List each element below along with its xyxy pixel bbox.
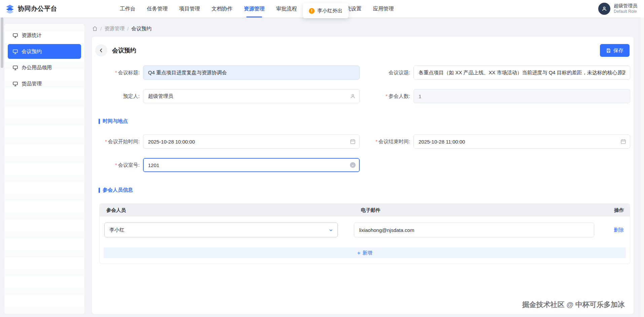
sidebar-item-office-supplies[interactable]: 办公用品领用 [8,60,81,75]
field-meeting-topic: 会议议题: [366,66,630,80]
section-title-text: 参会人员信息 [103,187,133,193]
form-basic: *会议标题: 会议议题: 预定人: [92,66,634,103]
attendee-count-input [414,89,630,103]
plus-icon: + [357,250,361,256]
breadcrumb-resource-management[interactable]: 资源管理 [104,26,124,32]
breadcrumb-meeting-booking: 会议预约 [131,26,151,32]
attendee-select[interactable]: 李小红 [104,223,338,237]
watermark: 掘金技术社区 @ 中杯可乐多加冰 [522,300,625,309]
field-label: *会议结束时间: [366,138,414,145]
sidebar-item-label: 资源统计 [22,32,42,39]
field-end-time: *会议结束时间: [366,134,630,149]
section-time-place: 时间与地点 [99,118,634,124]
col-header-action: 操作 [600,207,630,213]
sidebar-item-resource-stats[interactable]: 资源统计 [8,28,81,43]
sidebar-item-label: 会议预约 [22,48,42,55]
avatar[interactable] [598,3,610,15]
nav-item-apps[interactable]: 应用管理 [373,0,394,17]
clear-icon[interactable]: × [350,162,356,168]
save-button-label: 保存 [613,47,623,54]
section-title-text: 时间与地点 [103,118,128,124]
field-start-time: *会议开始时间: [96,134,360,149]
action-cell: 删除 [600,227,630,233]
attendee-email-input[interactable] [354,223,594,237]
page-title: 会议预约 [112,46,136,54]
app-logo-icon [5,4,14,13]
app-title: 协同办公平台 [18,4,57,13]
back-button[interactable] [95,44,107,56]
main-column: / 资源管理 / 会议预约 会议预约 保存 *会议标题: [92,24,634,314]
meeting-title-input[interactable] [143,66,360,80]
warning-icon: ! [309,8,315,14]
form-time: *会议开始时间: *会议结束时间: [92,134,634,172]
sidebar-item-goods-management[interactable]: 货品管理 [8,76,81,91]
add-attendee-label: 新增 [362,250,372,256]
nav-item-resources[interactable]: 资源管理 [244,0,265,17]
nav-item-tasks[interactable]: 任务管理 [147,0,168,17]
calendar-icon[interactable] [350,139,356,145]
nav-item-docs[interactable]: 文档协作 [212,0,232,17]
email-cell [354,223,600,237]
attendee-cell: 李小红 [100,223,354,237]
page-layout: 资源统计 会议预约 办公用品领用 货品管理 / 资源管理 / 会议预约 [0,17,644,317]
nav-item-workbench[interactable]: 工作台 [120,0,136,17]
meeting-topic-input[interactable] [414,66,630,80]
chevron-left-icon [98,47,104,53]
room-number-input[interactable] [143,158,360,172]
field-label: *会议标题: [96,70,143,76]
save-icon [606,48,611,53]
end-time-input[interactable] [414,134,630,149]
col-header-email: 电子邮件 [354,207,600,213]
field-label: *会议室号: [96,162,143,168]
field-room-number: *会议室号: × [96,158,360,172]
chevron-down-icon [328,228,333,233]
main-nav: 工作台 任务管理 项目管理 文档协作 资源管理 审批流程 数据看板 系统设置 应… [120,0,394,17]
breadcrumb-separator: / [100,26,102,32]
notification-text: 李小红外出 [317,8,343,14]
user-name: 超级管理员 [614,3,637,9]
user-icon [601,6,607,12]
attendee-select-value: 李小红 [109,227,124,233]
board-icon [12,81,18,87]
section-bar [99,188,100,193]
field-attendee-count: *参会人数: [366,89,630,103]
user-role: Default Role [614,9,637,14]
table-row: 李小红 删除 [100,216,630,243]
sidebar-item-meeting-booking[interactable]: 会议预约 [8,44,81,59]
scrollbar-thumb[interactable] [1,17,3,68]
attendees-table-header: 参会人员 电子邮件 操作 [100,204,630,216]
start-time-input[interactable] [143,134,360,149]
scrollbar-track[interactable] [640,17,644,317]
calendar-icon[interactable] [620,139,626,145]
page-header: 会议预约 保存 [92,37,634,57]
sidebar: 资源统计 会议预约 办公用品领用 货品管理 [4,24,85,314]
sidebar-item-label: 货品管理 [22,81,42,87]
breadcrumb: / 资源管理 / 会议预约 [92,24,634,34]
board-icon [12,33,18,38]
field-label: 会议议题: [366,70,414,76]
field-spacer [366,158,630,172]
section-bar [99,119,100,124]
board-icon [12,49,18,54]
user-suffix-icon [350,93,356,99]
delete-link[interactable]: 删除 [614,227,624,233]
field-label: *会议开始时间: [96,138,143,145]
field-label: 预定人: [96,93,143,100]
add-attendee-button[interactable]: + 新增 [104,247,626,258]
nav-item-projects[interactable]: 项目管理 [179,0,200,17]
attendees-table: 参会人员 电子邮件 操作 李小红 删除 [99,203,630,264]
notification-popup: ! 李小红外出 [303,3,349,18]
board-icon [12,65,18,71]
reserver-input[interactable] [143,89,360,103]
brand: 协同办公平台 [5,4,57,13]
section-attendees: 参会人员信息 [99,187,634,193]
save-button[interactable]: 保存 [600,44,630,57]
field-reserver: 预定人: [96,89,360,103]
home-icon[interactable] [92,26,98,31]
field-meeting-title: *会议标题: [96,66,360,80]
nav-item-approvals[interactable]: 审批流程 [276,0,297,17]
breadcrumb-separator: / [127,26,129,32]
user-area[interactable]: 超级管理员 Default Role [598,3,637,15]
col-header-attendee: 参会人员 [100,207,354,213]
field-label: *参会人数: [366,93,414,100]
